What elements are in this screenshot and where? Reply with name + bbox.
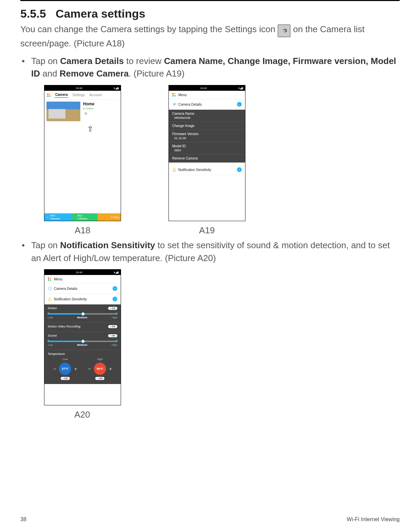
section-title: Camera settings	[56, 7, 145, 20]
change-image-row[interactable]: Change Image	[169, 122, 245, 130]
section-number: 5.5.5	[20, 7, 46, 20]
motion-panel: Motion • ON Low Medium High	[44, 304, 121, 323]
menu-header[interactable]: Menu	[44, 275, 121, 283]
remove-camera-row[interactable]: Remove Camera	[169, 154, 245, 163]
intro-pre: You can change the Camera settings by ta…	[20, 24, 278, 34]
temp-high-increase[interactable]: +	[108, 366, 113, 371]
svg-point-1	[48, 287, 52, 290]
temp-low-value: 57°F	[59, 363, 71, 375]
gear-icon	[172, 102, 176, 106]
temperature-panel: Temperature Low − 57°F + • ON High	[44, 350, 121, 384]
camera-name: Home	[83, 102, 94, 107]
figure-a19: 10:42▾◢▮ Menu Camera Details – Camera Na…	[168, 85, 245, 236]
pointer-arrow-icon: ⇧	[87, 125, 121, 133]
gear-icon[interactable]	[83, 112, 87, 116]
notification-sensitivity-row[interactable]: Notification Sensitivity +	[169, 165, 245, 175]
help-button[interactable]: ? Help	[98, 213, 121, 221]
sound-toggle[interactable]: • ON	[108, 334, 117, 337]
expand-icon[interactable]: +	[237, 167, 242, 172]
temp-high-decrease[interactable]: −	[87, 366, 92, 371]
motion-slider[interactable]	[48, 313, 117, 315]
motion-label: Motion	[48, 306, 57, 310]
page-number: 38	[20, 516, 26, 523]
temp-low-increase[interactable]: +	[73, 366, 78, 371]
notification-sensitivity-row[interactable]: Notification Sensitivity –	[44, 294, 121, 304]
camera-details-row[interactable]: Camera Details –	[169, 99, 245, 110]
motion-toggle[interactable]: • ON	[108, 307, 117, 310]
app-logo-icon	[172, 92, 176, 97]
menu-header[interactable]: Menu	[169, 91, 245, 99]
mvr-toggle[interactable]: • ON	[108, 325, 117, 328]
bullet-2: Tap on Notification Sensitivity to set t…	[31, 239, 400, 264]
warning-icon	[48, 297, 52, 301]
status-bar: 10:42▾◢▮	[44, 85, 121, 91]
tab-account[interactable]: Account	[89, 92, 102, 98]
figure-caption: A20	[44, 409, 120, 420]
collapse-icon[interactable]: –	[237, 102, 242, 107]
temp-low-toggle[interactable]: • ON	[61, 377, 70, 380]
gear-icon	[278, 24, 291, 37]
temp-high-toggle[interactable]: • ON	[95, 377, 104, 380]
footer-chapter: Wi-Fi Internet Viewing	[347, 516, 400, 523]
bullet-marker: •	[20, 239, 31, 264]
firmware-row[interactable]: Firmware Version 01.16.30	[169, 130, 245, 142]
motion-video-recording-panel: Motion Video Recording • ON	[44, 323, 121, 332]
status-bar: 10:42▾◢▮	[44, 270, 121, 275]
warning-icon	[172, 168, 176, 172]
expand-icon[interactable]: +	[113, 286, 117, 291]
bullet-1: Tap on Camera Details to review Camera N…	[31, 55, 400, 80]
figure-caption: A19	[168, 225, 245, 236]
gear-icon	[48, 286, 52, 291]
collapse-icon[interactable]: –	[113, 297, 117, 301]
camera-thumbnail	[46, 102, 80, 121]
temp-low-decrease[interactable]: −	[52, 366, 57, 371]
camera-name-row[interactable]: Camera Name 0854fa0448	[169, 110, 245, 122]
camera-list-item[interactable]: Home ● Online	[44, 100, 121, 123]
figure-a20: 10:42▾◢▮ Menu Camera Details + Notificat…	[44, 269, 400, 420]
app-logo-icon	[47, 277, 52, 281]
add-camera-button[interactable]: ＋AddCamera	[44, 213, 71, 221]
intro-paragraph: You can change the Camera settings by ta…	[20, 23, 400, 50]
camera-details-row[interactable]: Camera Details +	[44, 283, 121, 294]
sound-slider[interactable]	[48, 341, 117, 342]
tab-camera[interactable]: Camera	[55, 92, 68, 98]
bullet-marker: •	[20, 55, 31, 80]
status-time: 10:42	[76, 87, 82, 90]
buy-camera-button[interactable]: 🛒BuyCamera	[71, 213, 98, 221]
status-bar: 10:42▾◢▮	[169, 85, 245, 91]
camera-status: ● Online	[83, 107, 94, 110]
tab-settings[interactable]: Settings	[72, 92, 85, 98]
app-logo-icon	[46, 93, 51, 98]
figure-a18: 10:42▾◢▮ Camera Settings Account Home ● …	[44, 85, 121, 236]
model-id-row[interactable]: Model ID 0854	[169, 142, 245, 154]
temp-high-value: 90°F	[94, 363, 106, 375]
sound-panel: Sound • ON Low Medium High	[44, 332, 121, 350]
figure-caption: A18	[44, 225, 121, 236]
